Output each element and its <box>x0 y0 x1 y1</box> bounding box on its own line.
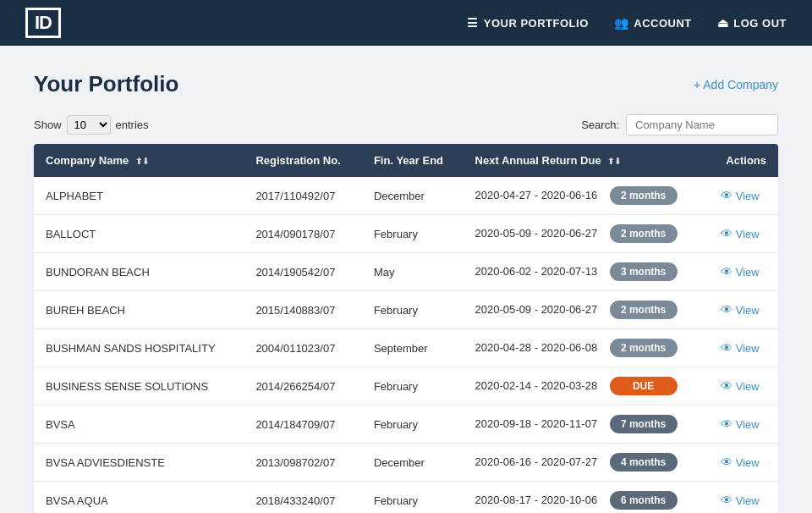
cell-fin-year: May <box>362 253 464 291</box>
view-link[interactable]: 👁 View <box>721 417 766 431</box>
table-row: BALLOCT 2014/090178/07 February 2020-05-… <box>34 215 778 253</box>
table-row: BUREH BEACH 2015/140883/07 February 2020… <box>34 291 778 329</box>
status-badge: 3 months <box>610 262 678 281</box>
table-body: ALPHABET 2017/110492/07 December 2020-04… <box>34 177 778 513</box>
cell-reg-no: 2004/011023/07 <box>244 329 362 367</box>
logout-nav-label: LOG OUT <box>733 17 787 30</box>
actions-cell: 👁 View <box>709 215 778 253</box>
actions-cell: 👁 View <box>709 367 778 405</box>
col-company-name[interactable]: Company Name ⬆⬇ <box>34 144 244 177</box>
cell-fin-year: December <box>362 177 464 215</box>
search-label: Search: <box>581 119 619 131</box>
col-next-return[interactable]: Next Annual Return Due ⬆⬇ <box>464 144 709 177</box>
table-row: BUSHMAN SANDS HOSPITALITY 2004/011023/07… <box>34 329 778 367</box>
cell-date-range: 2020-05-09 - 2020-06-27 2 months <box>464 291 709 329</box>
view-label: View <box>736 494 760 507</box>
cell-reg-no: 2015/140883/07 <box>244 291 362 329</box>
cell-company-name: BUSINESS SENSE SOLUTIONS <box>34 367 244 405</box>
col-fin-year: Fin. Year End <box>362 144 464 177</box>
date-range-text: 2020-05-09 - 2020-06-27 <box>475 303 598 316</box>
cell-company-name: BVSA ADVIESDIENSTE <box>34 444 244 482</box>
view-link[interactable]: 👁 View <box>721 455 766 469</box>
actions-cell: 👁 View <box>709 444 778 482</box>
status-badge: 7 months <box>610 415 678 433</box>
cell-fin-year: February <box>362 215 464 253</box>
main-content: Your Portfolio + Add Company Show 10 25 … <box>0 46 812 513</box>
sort-icon-return: ⬆⬇ <box>607 157 621 166</box>
logout-nav-item[interactable]: ⏏ LOG OUT <box>717 16 787 30</box>
status-badge: 2 months <box>610 301 678 319</box>
actions-cell: 👁 View <box>709 291 778 329</box>
status-badge: 2 months <box>610 186 678 205</box>
table-row: BUSINESS SENSE SOLUTIONS 2014/266254/07 … <box>34 367 778 405</box>
sort-icon-company: ⬆⬇ <box>135 157 149 166</box>
eye-icon: 👁 <box>721 189 732 202</box>
portfolio-nav-item[interactable]: ☰ YOUR PORTFOLIO <box>467 16 589 30</box>
date-range-text: 2020-04-28 - 2020-06-08 <box>475 341 598 354</box>
view-link[interactable]: 👁 View <box>721 303 766 317</box>
col-reg-no: Registration No. <box>244 144 362 177</box>
cell-company-name: BVSA <box>34 405 244 444</box>
cell-reg-no: 2014/190542/07 <box>244 253 362 291</box>
cell-company-name: ALPHABET <box>34 177 244 215</box>
col-actions: Actions <box>709 144 778 177</box>
eye-icon: 👁 <box>721 303 732 317</box>
header-nav: ☰ YOUR PORTFOLIO 👥 ACCOUNT ⏏ LOG OUT <box>467 16 787 30</box>
table-header: Company Name ⬆⬇ Registration No. Fin. Ye… <box>34 144 778 177</box>
page-header: Your Portfolio + Add Company <box>34 71 778 97</box>
view-label: View <box>736 342 760 355</box>
cell-date-range: 2020-05-09 - 2020-06-27 2 months <box>464 215 709 253</box>
show-label: Show <box>34 119 62 131</box>
date-range-text: 2020-06-02 - 2020-07-13 <box>475 265 598 278</box>
table-row: ALPHABET 2017/110492/07 December 2020-04… <box>34 177 778 215</box>
cell-reg-no: 2018/433240/07 <box>244 482 362 514</box>
account-nav-item[interactable]: 👥 ACCOUNT <box>614 16 692 30</box>
cell-date-range: 2020-04-28 - 2020-06-08 2 months <box>464 329 709 367</box>
view-link[interactable]: 👁 View <box>721 494 766 507</box>
page-title: Your Portfolio <box>34 71 178 97</box>
cell-fin-year: December <box>362 444 464 482</box>
cell-reg-no: 2014/090178/07 <box>244 215 362 253</box>
companies-table-wrapper: Company Name ⬆⬇ Registration No. Fin. Ye… <box>34 144 778 513</box>
view-label: View <box>736 266 760 279</box>
table-controls: Show 10 25 50 100 entries Search: <box>34 114 778 135</box>
eye-icon: 👁 <box>721 455 732 469</box>
date-range-text: 2020-02-14 - 2020-03-28 <box>475 379 598 392</box>
view-link[interactable]: 👁 View <box>721 379 766 393</box>
view-link[interactable]: 👁 View <box>721 341 766 355</box>
cell-date-range: 2020-02-14 - 2020-03-28 DUE <box>464 367 709 405</box>
cell-reg-no: 2014/266254/07 <box>244 367 362 405</box>
eye-icon: 👁 <box>721 379 732 393</box>
eye-icon: 👁 <box>721 265 732 279</box>
entries-label: entries <box>116 119 149 131</box>
portfolio-nav-label: YOUR PORTFOLIO <box>484 17 589 30</box>
cell-date-range: 2020-09-18 - 2020-11-07 7 months <box>464 405 709 444</box>
logo: ID <box>25 8 61 38</box>
view-link[interactable]: 👁 View <box>721 227 766 240</box>
cell-company-name: BUNDORAN BEACH <box>34 253 244 291</box>
eye-icon: 👁 <box>721 227 732 240</box>
account-icon: 👥 <box>614 16 629 30</box>
cell-reg-no: 2013/098702/07 <box>244 444 362 482</box>
view-link[interactable]: 👁 View <box>721 265 766 279</box>
eye-icon: 👁 <box>721 494 732 507</box>
date-range-text: 2020-09-18 - 2020-11-07 <box>475 417 598 430</box>
view-link[interactable]: 👁 View <box>721 189 766 202</box>
view-label: View <box>736 228 760 240</box>
status-badge: 6 months <box>610 491 678 510</box>
cell-company-name: BUSHMAN SANDS HOSPITALITY <box>34 329 244 367</box>
portfolio-icon: ☰ <box>467 16 479 30</box>
cell-date-range: 2020-08-17 - 2020-10-06 6 months <box>464 482 709 514</box>
add-company-button[interactable]: + Add Company <box>694 78 778 91</box>
search-input[interactable] <box>626 114 778 135</box>
actions-cell: 👁 View <box>709 482 778 514</box>
entries-select[interactable]: 10 25 50 100 <box>67 115 111 135</box>
cell-fin-year: February <box>362 291 464 329</box>
logout-icon: ⏏ <box>717 16 729 30</box>
actions-cell: 👁 View <box>709 253 778 291</box>
eye-icon: 👁 <box>721 341 732 355</box>
status-badge: 4 months <box>610 453 678 472</box>
actions-cell: 👁 View <box>709 177 778 215</box>
cell-fin-year: September <box>362 329 464 367</box>
view-label: View <box>736 190 760 202</box>
